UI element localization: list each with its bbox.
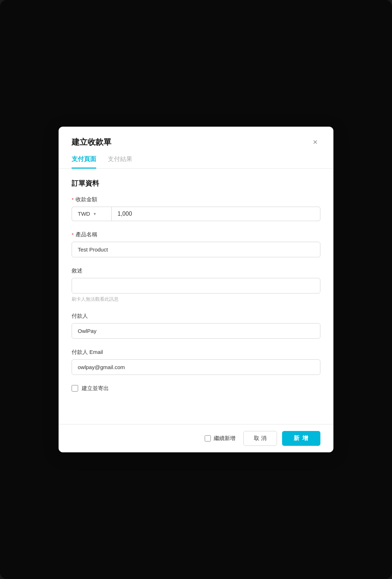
continue-add-checkbox[interactable] (205, 435, 211, 441)
create-and-send-row: 建立並寄出 (72, 385, 320, 392)
amount-label: * 收款金額 (72, 196, 320, 203)
submit-button[interactable]: 新 增 (282, 431, 320, 446)
payer-email-input[interactable] (72, 359, 320, 375)
description-hint: 刷卡人無法觀看此訊息 (72, 296, 320, 303)
payer-label: 付款人 (72, 313, 320, 320)
description-label: 敘述 (72, 267, 320, 274)
continue-add-label[interactable]: 繼續新增 (214, 435, 235, 442)
modal-header: 建立收款單 × (59, 127, 333, 148)
product-name-label: * 產品名稱 (72, 231, 320, 238)
chevron-down-icon: ▾ (94, 211, 96, 216)
close-button[interactable]: × (310, 137, 320, 148)
description-input[interactable] (72, 278, 320, 293)
description-field-group: 敘述 刷卡人無法觀看此訊息 (72, 267, 320, 303)
amount-required-star: * (72, 196, 74, 203)
continue-add-row: 繼續新增 (205, 435, 235, 442)
currency-select[interactable]: TWD ▾ (72, 207, 111, 221)
amount-input[interactable] (111, 207, 320, 221)
modal-dialog: 建立收款單 × 支付頁面 支付結果 訂單資料 * 收款金額 (59, 127, 333, 452)
section-order-info: 訂單資料 (72, 179, 320, 188)
modal-footer: 繼續新增 取 消 新 增 (59, 424, 333, 452)
payer-email-field-group: 付款人 Email (72, 349, 320, 375)
cancel-button[interactable]: 取 消 (243, 431, 277, 446)
modal-body: 訂單資料 * 收款金額 TWD ▾ * 產 (59, 169, 333, 424)
overlay: 建立收款單 × 支付頁面 支付結果 訂單資料 * 收款金額 (0, 0, 392, 579)
product-name-input[interactable] (72, 242, 320, 257)
amount-field-group: * 收款金額 TWD ▾ (72, 196, 320, 221)
tab-payment-result[interactable]: 支付結果 (108, 155, 132, 169)
modal-title: 建立收款單 (72, 137, 111, 148)
tab-payment-page[interactable]: 支付頁面 (72, 155, 96, 169)
payer-input[interactable] (72, 323, 320, 339)
product-name-field-group: * 產品名稱 (72, 231, 320, 257)
create-and-send-checkbox[interactable] (72, 385, 78, 392)
amount-row: TWD ▾ (72, 207, 320, 221)
currency-value: TWD (78, 211, 90, 217)
payer-email-label: 付款人 Email (72, 349, 320, 356)
tabs-container: 支付頁面 支付結果 (59, 148, 333, 169)
product-required-star: * (72, 232, 74, 238)
payer-field-group: 付款人 (72, 313, 320, 339)
create-and-send-label[interactable]: 建立並寄出 (82, 385, 109, 392)
